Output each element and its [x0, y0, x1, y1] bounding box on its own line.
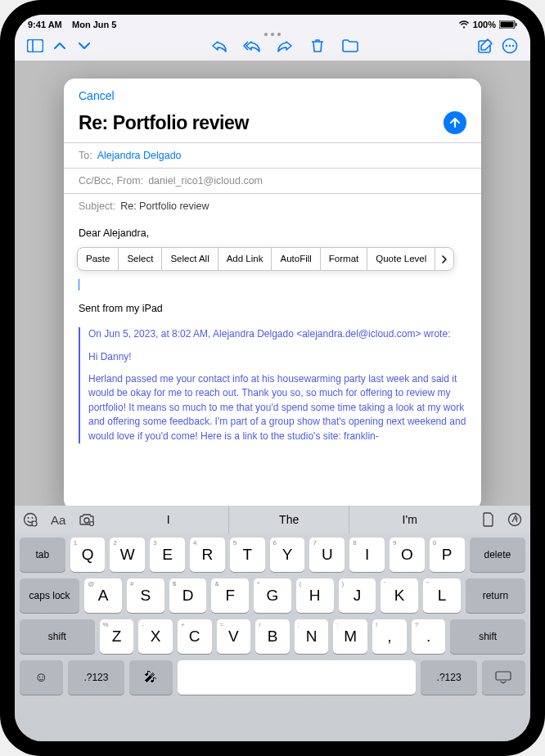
sidebar-toggle-icon[interactable] [26, 37, 44, 55]
menu-quote-level[interactable]: Quote Level [367, 248, 435, 271]
key-e[interactable]: 3E [150, 538, 185, 572]
menu-autofill[interactable]: AutoFill [272, 248, 320, 271]
key-w[interactable]: 2W [110, 538, 145, 572]
key-emoji[interactable]: ☺ [20, 660, 63, 695]
key-k[interactable]: 'K [381, 578, 418, 613]
key-s[interactable]: #S [127, 578, 164, 613]
move-folder-icon[interactable] [341, 37, 359, 55]
cc-bcc-from-field[interactable]: Cc/Bcc, From: daniel_rico1@icloud.com [64, 168, 481, 193]
battery-percent: 100% [473, 20, 496, 29]
camera-scan-icon[interactable] [79, 513, 95, 526]
quote-greeting: Hi Danny! [88, 350, 466, 364]
cc-label: Cc/Bcc, From: [79, 175, 143, 187]
battery-icon [499, 20, 517, 29]
suggestion-2[interactable]: The [228, 506, 349, 533]
suggestion-3[interactable]: I'm [349, 506, 470, 533]
prev-message-icon[interactable] [51, 37, 69, 55]
svg-point-8 [509, 45, 511, 47]
key-shift-left[interactable]: shift [20, 619, 95, 654]
key-i[interactable]: 8I [349, 538, 385, 572]
key-c[interactable]: +C [178, 619, 212, 654]
key-u[interactable]: 7U [309, 538, 345, 572]
key-h[interactable]: (H [296, 578, 334, 613]
quote-body: Herland passed me your contact info at h… [88, 372, 466, 443]
quote-meta: On Jun 5, 2023, at 8:02 AM, Alejandra De… [88, 327, 466, 341]
key-delete[interactable]: delete [470, 538, 525, 572]
key-space[interactable] [178, 660, 416, 695]
compose-body[interactable]: Dear Alejandra, Paste Select Select All … [64, 218, 481, 511]
key-numbers-left[interactable]: .?123 [68, 660, 124, 695]
key-t[interactable]: 5T [230, 538, 265, 572]
menu-select-all[interactable]: Select All [162, 248, 218, 271]
key-z[interactable]: %Z [100, 619, 134, 654]
key-b[interactable]: /B [255, 619, 290, 654]
key-j[interactable]: )J [339, 578, 376, 613]
emoji-icon: ☺ [34, 670, 47, 685]
svg-point-14 [84, 518, 89, 523]
from-value: daniel_rico1@icloud.com [148, 175, 263, 187]
key-period[interactable]: ?. [412, 619, 446, 654]
document-scan-icon[interactable] [483, 512, 494, 527]
svg-point-15 [90, 522, 94, 526]
key-m[interactable]: :M [333, 619, 367, 654]
svg-rect-3 [28, 40, 43, 52]
key-g[interactable]: *G [254, 578, 291, 613]
key-f[interactable]: &F [211, 578, 249, 613]
to-label: To: [79, 150, 92, 161]
menu-more-icon[interactable] [435, 248, 453, 271]
status-date: Mon Jun 5 [72, 20, 116, 29]
status-time: 9:41 AM [28, 20, 62, 29]
menu-select[interactable]: Select [119, 248, 162, 271]
next-message-icon[interactable] [75, 37, 93, 55]
key-a[interactable]: @A [84, 578, 122, 613]
more-icon[interactable] [501, 37, 519, 55]
key-n[interactable]: ;N [295, 619, 329, 654]
emoji-sticker-icon[interactable] [23, 512, 38, 527]
key-d[interactable]: $D [169, 578, 207, 613]
svg-point-11 [28, 517, 29, 519]
key-q[interactable]: 1Q [70, 538, 106, 572]
text-format-icon[interactable]: Aa [51, 513, 65, 527]
compose-icon[interactable] [476, 37, 494, 55]
key-caps-lock[interactable]: caps lock [20, 578, 79, 613]
forward-icon[interactable] [276, 37, 294, 55]
window-dots-icon[interactable] [264, 33, 281, 36]
key-dictate[interactable]: 🎤︎ [129, 660, 173, 695]
greeting-text: Dear Alejandra, [79, 227, 466, 241]
menu-add-link[interactable]: Add Link [218, 248, 272, 271]
subject-value: Re: Portfolio review [120, 200, 209, 212]
svg-point-7 [506, 45, 507, 47]
compose-title: Re: Portfolio review [79, 112, 249, 134]
key-v[interactable]: =V [217, 619, 251, 654]
to-field[interactable]: To: Alejandra Delgado [64, 142, 481, 168]
key-dismiss-keyboard[interactable] [482, 660, 525, 695]
key-x[interactable]: -X [138, 619, 173, 654]
key-return[interactable]: return [466, 578, 525, 613]
key-r[interactable]: 4R [190, 538, 225, 572]
menu-format[interactable]: Format [321, 248, 367, 271]
subject-label: Subject: [79, 200, 115, 212]
svg-point-12 [32, 517, 34, 519]
cancel-button[interactable]: Cancel [79, 89, 115, 102]
key-o[interactable]: 9O [390, 538, 425, 572]
key-tab[interactable]: tab [20, 538, 65, 572]
key-l[interactable]: "L [423, 578, 461, 613]
reply-all-icon[interactable] [243, 37, 261, 55]
key-p[interactable]: 0P [430, 538, 465, 572]
statusbar: 9:41 AM Mon Jun 5 100% [15, 15, 530, 31]
arrow-up-icon [448, 116, 462, 129]
send-button[interactable] [444, 111, 466, 134]
key-numbers-right[interactable]: .?123 [421, 660, 477, 695]
edit-context-menu: Paste Select Select All Add Link AutoFil… [77, 247, 454, 272]
svg-point-13 [32, 521, 37, 526]
suggestion-1[interactable]: I [108, 506, 228, 533]
markup-icon[interactable] [507, 512, 522, 527]
key-y[interactable]: 6Y [270, 538, 305, 572]
key-comma[interactable]: !, [372, 619, 407, 654]
to-value[interactable]: Alejandra Delgado [97, 150, 182, 161]
menu-paste[interactable]: Paste [78, 248, 119, 271]
subject-field[interactable]: Subject: Re: Portfolio review [64, 193, 481, 218]
reply-icon[interactable] [210, 37, 228, 55]
trash-icon[interactable] [309, 37, 327, 55]
key-shift-right[interactable]: shift [450, 619, 525, 654]
